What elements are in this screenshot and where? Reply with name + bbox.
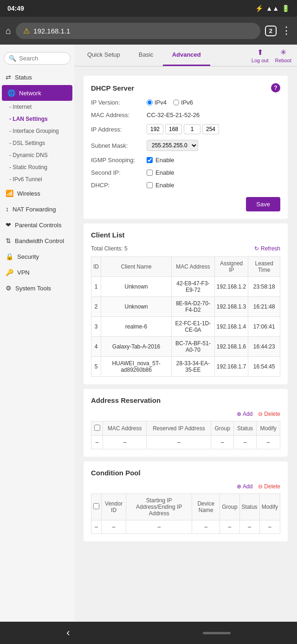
sidebar-sub-dsl[interactable]: - DSL Settings <box>0 137 74 149</box>
mac-address-label: MAC Address: <box>91 112 147 118</box>
ipv6-radio[interactable]: IPv6 <box>173 99 193 106</box>
client-list-title: Client List <box>91 231 280 239</box>
ipv4-radio[interactable]: IPv4 <box>147 99 167 106</box>
condition-pool-table: Vendor ID Starting IP Address/Ending IP … <box>91 493 280 534</box>
ip-address-row: IP Address: <box>91 124 280 134</box>
igmp-enable[interactable]: Enable <box>147 157 174 164</box>
cp-col-modify: Modify <box>259 494 280 520</box>
sidebar-sub-lan[interactable]: - LAN Settings <box>0 113 74 125</box>
sidebar-sub-routing[interactable]: - Static Routing <box>0 161 74 173</box>
search-input[interactable] <box>19 55 65 62</box>
address-add-button[interactable]: ⊕ Add <box>237 411 252 417</box>
client-list-section: Client List Total Clients: 5 ↻ Refresh I… <box>84 223 288 384</box>
save-button[interactable]: Save <box>246 197 280 211</box>
ip-octet4[interactable] <box>202 124 219 134</box>
tab-actions: ⬆ Log out ✳ Reboot <box>252 48 293 63</box>
tab-advanced[interactable]: Advanced <box>163 45 210 66</box>
address-reservation-actions: ⊕ Add ⊖ Delete <box>91 411 280 417</box>
sidebar-label-wireless: Wireless <box>17 190 40 197</box>
ar-col-ip: Reserved IP Address <box>147 421 211 436</box>
back-button[interactable]: ‹ <box>66 627 70 639</box>
logout-button[interactable]: ⬆ Log out <box>252 48 269 63</box>
ip-octet2[interactable] <box>165 124 182 134</box>
help-icon[interactable]: ? <box>271 83 280 92</box>
address-reservation-title: Address Reservation <box>91 396 280 404</box>
security-icon: 🔒 <box>6 253 13 260</box>
subnet-mask-label: Subnet Mask: <box>91 142 147 149</box>
status-icons: ⚡ ▲▲ 🔋 <box>255 5 290 12</box>
sidebar-sub-ddns[interactable]: - Dynamic DNS <box>0 149 74 161</box>
refresh-button[interactable]: ↻ Refresh <box>254 245 280 252</box>
main-wrapper: 🔍 ⇄ Status 🌐 Network - Internet - LAN Se… <box>0 45 297 622</box>
igmp-row: IGMP Snooping: Enable <box>91 157 280 164</box>
menu-button[interactable]: ⋮ <box>281 25 291 37</box>
vpn-icon: 🔑 <box>6 269 13 276</box>
ar-col-group: Group <box>211 421 233 436</box>
pool-add-button[interactable]: ⊕ Add <box>237 483 252 490</box>
sidebar-item-tools[interactable]: ⚙ System Tools <box>0 280 74 296</box>
bandwidth-icon: ⇅ <box>6 237 11 244</box>
sidebar-label-nat: NAT Forwarding <box>13 206 56 213</box>
sidebar-sub-grouping[interactable]: - Interface Grouping <box>0 125 74 137</box>
table-row: 2 Unknown 8E-9A-D2-70-F4-D2 192.168.1.3 … <box>91 297 280 317</box>
sidebar-item-bandwidth[interactable]: ⇅ Bandwidth Control <box>0 233 74 249</box>
col-id: ID <box>91 257 101 277</box>
second-ip-row: Second IP: Enable <box>91 169 280 176</box>
client-list-table: ID Client Name MAC Address Assigned IP L… <box>91 256 280 377</box>
signal-icon: ▲▲ <box>266 5 279 12</box>
tab-quick-setup[interactable]: Quick Setup <box>78 45 129 66</box>
address-reservation-section: Address Reservation ⊕ Add ⊖ Delete <box>84 389 288 457</box>
table-row: – – – – – – – <box>91 520 280 534</box>
tab-count[interactable]: 2 <box>265 26 277 36</box>
col-mac: MAC Address <box>172 257 215 277</box>
logout-icon: ⬆ <box>257 48 263 57</box>
subnet-mask-value: 255.255.255.0 <box>147 140 198 151</box>
sidebar-item-parental[interactable]: ❤ Parental Controls <box>0 217 74 233</box>
sidebar-item-wireless[interactable]: 📶 Wireless <box>0 185 74 201</box>
table-row: 1 Unknown 42-E8-47-F3-E9-72 192.168.1.2 … <box>91 277 280 297</box>
dhcp-enable[interactable]: Enable <box>147 182 174 189</box>
tools-icon: ⚙ <box>6 284 12 292</box>
cp-col-vendor: Vendor ID <box>102 494 126 520</box>
home-button[interactable]: ⌂ <box>6 26 11 36</box>
reboot-icon: ✳ <box>280 48 286 57</box>
dhcp-label: DHCP: <box>91 182 147 189</box>
second-ip-enable[interactable]: Enable <box>147 169 174 176</box>
pool-delete-button[interactable]: ⊖ Delete <box>258 483 280 490</box>
status-icon: ⇄ <box>6 73 11 81</box>
subnet-select[interactable]: 255.255.255.0 <box>147 140 198 151</box>
table-row: 3 realme-6 E2-FC-E1-1D-CE-0A 192.168.1.4… <box>91 317 280 337</box>
refresh-icon: ↻ <box>254 245 259 252</box>
ar-col-status: Status <box>233 421 256 436</box>
sidebar-item-nat[interactable]: ↕ NAT Forwarding <box>0 201 74 217</box>
sidebar-sub-ipv6[interactable]: - IPv6 Tunnel <box>0 173 74 185</box>
second-ip-label: Second IP: <box>91 169 147 176</box>
dhcp-title: DHCP Server ? <box>91 83 280 92</box>
sidebar-label-bandwidth: Bandwidth Control <box>15 237 64 244</box>
status-bar: 04:49 ⚡ ▲▲ 🔋 <box>0 0 297 17</box>
sidebar-item-network[interactable]: 🌐 Network <box>2 85 72 101</box>
sidebar-item-status[interactable]: ⇄ Status <box>0 69 74 85</box>
parental-icon: ❤ <box>6 221 11 229</box>
sidebar-label-status: Status <box>15 74 32 81</box>
ip-octet3[interactable] <box>184 124 200 134</box>
condition-pool-section: Condition Pool ⊕ Add ⊖ Delete <box>84 461 288 541</box>
search-icon: 🔍 <box>9 55 16 62</box>
address-bar[interactable]: ⚠ 192.168.1.1 <box>16 23 260 39</box>
sidebar-sub-internet[interactable]: - Internet <box>0 101 74 113</box>
ip-octet1[interactable] <box>147 124 163 134</box>
pool-add-icon: ⊕ <box>237 483 241 490</box>
address-reservation-table: MAC Address Reserved IP Address Group St… <box>91 421 280 449</box>
wifi-icon: ⚡ <box>255 5 263 12</box>
sidebar-item-security[interactable]: 🔒 Security <box>0 249 74 264</box>
sidebar-item-vpn[interactable]: 🔑 VPN <box>0 264 74 280</box>
mac-address-row: MAC Address: CC-32-E5-21-52-26 <box>91 112 280 118</box>
search-box[interactable]: 🔍 <box>4 52 71 65</box>
tab-basic[interactable]: Basic <box>129 45 163 66</box>
reboot-button[interactable]: ✳ Reboot <box>275 48 291 63</box>
ip-version-value: IPv4 IPv6 <box>147 99 193 106</box>
nav-bottom-bar: ‹ <box>0 622 297 644</box>
col-leased-time: Leased Time <box>248 257 280 277</box>
cp-col-device: Device Name <box>192 494 220 520</box>
address-delete-button[interactable]: ⊖ Delete <box>258 411 280 417</box>
